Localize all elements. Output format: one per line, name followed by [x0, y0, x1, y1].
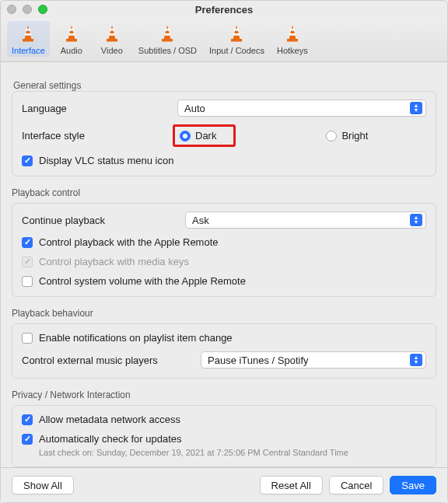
tab-label: Video: [101, 46, 123, 55]
tab-label: Input / Codecs: [209, 46, 264, 55]
system-volume-apple-remote-checkbox[interactable]: Control system volume with the Apple Rem…: [22, 275, 246, 287]
checkbox-icon: [22, 276, 33, 287]
checkbox-label: Allow metadata network access: [39, 414, 180, 425]
svg-marker-16: [233, 26, 240, 40]
language-select[interactable]: Auto: [177, 100, 426, 117]
svg-rect-11: [109, 33, 115, 36]
checkbox-icon: [22, 257, 33, 267]
svg-marker-20: [289, 26, 296, 40]
show-all-button[interactable]: Show All: [12, 476, 74, 494]
tab-label: Interface: [12, 46, 45, 55]
save-button[interactable]: Save: [390, 476, 436, 494]
group-title-playback-behaviour: Playback behaviour: [12, 308, 436, 319]
reset-all-button[interactable]: Reset All: [260, 476, 323, 494]
select-arrows-icon: [410, 214, 422, 226]
metadata-network-checkbox[interactable]: Allow metadata network access: [22, 414, 180, 425]
external-players-value: Pause iTunes / Spotify: [208, 355, 309, 366]
checkbox-label: Display VLC status menu icon: [39, 155, 173, 166]
continue-playback-select[interactable]: Ask: [185, 211, 426, 229]
checkbox-label: Control system volume with the Apple Rem…: [39, 275, 246, 287]
checkbox-icon: [22, 155, 33, 166]
tab-audio[interactable]: Audio: [53, 21, 90, 57]
svg-rect-6: [69, 29, 74, 31]
svg-marker-0: [25, 26, 32, 40]
vlc-cone-icon: [156, 23, 178, 44]
tab-label: Audio: [61, 46, 82, 55]
svg-rect-14: [166, 29, 170, 31]
svg-rect-23: [289, 33, 296, 36]
external-players-select[interactable]: Pause iTunes / Spotify: [201, 351, 426, 369]
svg-rect-19: [233, 33, 240, 36]
language-label: Language: [22, 103, 177, 114]
checkbox-icon: [22, 333, 33, 344]
radio-icon: [180, 131, 191, 141]
svg-rect-10: [110, 29, 114, 31]
svg-rect-22: [290, 29, 295, 31]
tab-hotkeys[interactable]: Hotkeys: [272, 21, 313, 57]
apple-remote-playback-checkbox[interactable]: Control playback with the Apple Remote: [22, 236, 219, 248]
continue-playback-value: Ask: [192, 215, 209, 226]
notifications-checkbox[interactable]: Enable notifications on playlist item ch…: [22, 332, 233, 344]
tab-video[interactable]: Video: [93, 21, 131, 57]
svg-rect-13: [162, 39, 173, 42]
svg-marker-12: [164, 26, 171, 40]
titlebar: Preferences: [1, 1, 447, 18]
tab-input-codecs[interactable]: Input / Codecs: [205, 21, 269, 57]
svg-rect-21: [287, 39, 298, 42]
language-value: Auto: [184, 103, 205, 114]
external-players-label: Control external music players: [22, 355, 201, 366]
group-title-general: General settings: [12, 80, 82, 91]
checkbox-label: Automatically check for updates: [39, 433, 182, 445]
select-arrows-icon: [410, 354, 422, 366]
checkbox-icon: [22, 414, 33, 425]
svg-rect-9: [107, 39, 117, 42]
dark-highlight: Dark: [173, 124, 236, 147]
display-status-menu-icon-checkbox[interactable]: Display VLC status menu icon: [22, 155, 173, 166]
select-arrows-icon: [410, 102, 422, 114]
privacy-group: Allow metadata network access Automatica…: [12, 405, 436, 467]
checkbox-label: Control playback with the Apple Remote: [39, 236, 219, 248]
continue-playback-label: Continue playback: [22, 215, 185, 226]
playback-control-group: Continue playback Ask Control playback w…: [12, 203, 436, 297]
vlc-cone-icon: [101, 23, 123, 44]
content-scroll[interactable]: General settings Language Auto Interface…: [1, 62, 447, 467]
vlc-cone-icon: [282, 23, 303, 44]
last-check-text: Last check on: Sunday, December 19, 2021…: [39, 448, 348, 457]
vlc-cone-icon: [226, 23, 247, 44]
interface-style-dark-radio[interactable]: Dark: [180, 130, 216, 141]
checkbox-label: Enable notifications on playlist item ch…: [39, 332, 233, 344]
preferences-window: Preferences Interface Audio Video Subtit…: [0, 0, 448, 503]
window-title: Preferences: [1, 4, 447, 16]
window-controls: [7, 5, 47, 14]
svg-rect-15: [164, 33, 170, 36]
tab-subtitles-osd[interactable]: Subtitles / OSD: [134, 21, 201, 57]
radio-icon: [326, 131, 337, 141]
checkbox-label: Control playback with media keys: [39, 256, 189, 267]
zoom-window-button[interactable]: [38, 5, 47, 14]
svg-rect-2: [26, 29, 31, 31]
svg-rect-17: [231, 39, 242, 42]
svg-marker-4: [68, 26, 75, 40]
tab-label: Subtitles / OSD: [138, 46, 197, 55]
svg-rect-3: [25, 33, 31, 36]
vlc-cone-icon: [17, 23, 39, 44]
group-title-privacy: Privacy / Network Interaction: [12, 389, 436, 400]
auto-update-checkbox[interactable]: Automatically check for updates: [22, 433, 182, 445]
vlc-cone-icon: [61, 23, 82, 44]
interface-style-bright-radio[interactable]: Bright: [326, 130, 368, 141]
group-title-playback-control: Playback control: [12, 187, 436, 198]
svg-marker-8: [108, 26, 115, 40]
minimize-window-button[interactable]: [23, 5, 32, 14]
preferences-toolbar: Interface Audio Video Subtitles / OSD In…: [1, 18, 447, 62]
svg-rect-1: [23, 39, 33, 42]
close-window-button[interactable]: [7, 5, 16, 14]
interface-style-label: Interface style: [22, 130, 177, 141]
cancel-button[interactable]: Cancel: [329, 476, 383, 494]
general-settings-group: Language Auto Interface style Dark: [12, 91, 436, 176]
media-keys-checkbox: Control playback with media keys: [22, 256, 189, 267]
svg-rect-7: [68, 33, 75, 36]
checkbox-icon: [22, 237, 33, 248]
tab-interface[interactable]: Interface: [7, 21, 50, 57]
checkbox-icon: [22, 434, 33, 445]
svg-rect-5: [66, 39, 77, 42]
